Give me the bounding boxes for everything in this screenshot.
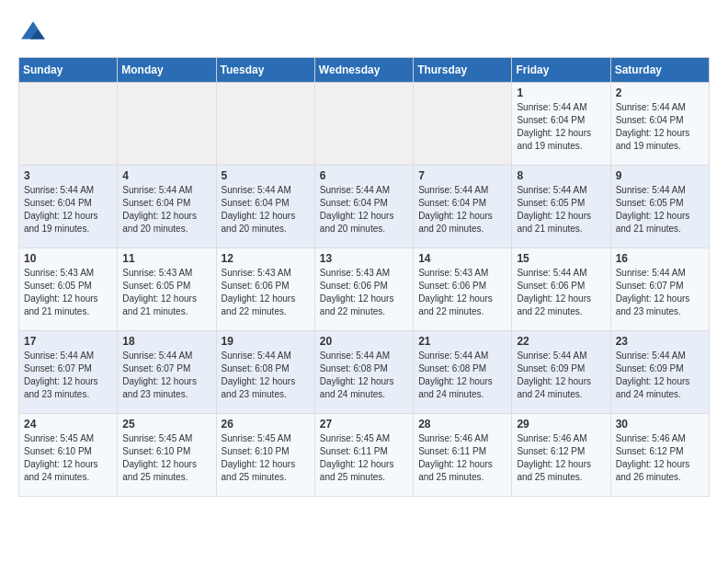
day-number: 13 [320,252,408,265]
day-detail: Sunrise: 5:44 AMSunset: 6:05 PMDaylight:… [616,185,690,234]
day-detail: Sunrise: 5:44 AMSunset: 6:04 PMDaylight:… [418,185,493,234]
calendar-cell [19,83,118,166]
day-number: 18 [122,335,210,348]
day-number: 15 [517,252,605,265]
day-number: 7 [418,169,506,182]
column-header-tuesday: Tuesday [216,58,314,83]
column-header-friday: Friday [512,58,610,83]
day-number: 23 [616,335,704,348]
day-detail: Sunrise: 5:46 AMSunset: 6:12 PMDaylight:… [517,433,591,482]
day-detail: Sunrise: 5:46 AMSunset: 6:11 PMDaylight:… [418,433,493,482]
column-header-monday: Monday [118,58,216,83]
calendar-cell: 9 Sunrise: 5:44 AMSunset: 6:05 PMDayligh… [610,166,709,248]
calendar-cell: 5 Sunrise: 5:44 AMSunset: 6:04 PMDayligh… [216,166,314,248]
day-number: 9 [616,169,704,182]
day-number: 11 [122,252,210,265]
day-number: 4 [122,169,210,182]
calendar-cell: 28 Sunrise: 5:46 AMSunset: 6:11 PMDaylig… [414,414,512,497]
day-detail: Sunrise: 5:44 AMSunset: 6:08 PMDaylight:… [418,350,493,399]
column-header-sunday: Sunday [19,58,118,83]
calendar-cell: 23 Sunrise: 5:44 AMSunset: 6:09 PMDaylig… [610,331,709,414]
calendar-cell: 3 Sunrise: 5:44 AMSunset: 6:04 PMDayligh… [19,166,118,248]
column-header-saturday: Saturday [610,58,709,83]
day-number: 2 [616,86,704,99]
calendar-cell: 4 Sunrise: 5:44 AMSunset: 6:04 PMDayligh… [118,166,216,248]
calendar-cell: 2 Sunrise: 5:44 AMSunset: 6:04 PMDayligh… [610,83,709,166]
day-number: 16 [616,252,704,265]
day-detail: Sunrise: 5:44 AMSunset: 6:04 PMDaylight:… [320,185,394,234]
calendar-cell: 18 Sunrise: 5:44 AMSunset: 6:07 PMDaylig… [118,331,216,414]
calendar-cell: 1 Sunrise: 5:44 AMSunset: 6:04 PMDayligh… [512,83,610,166]
logo [18,18,51,48]
day-detail: Sunrise: 5:43 AMSunset: 6:06 PMDaylight:… [320,268,394,316]
day-detail: Sunrise: 5:44 AMSunset: 6:04 PMDaylight:… [222,185,296,234]
calendar-cell: 24 Sunrise: 5:45 AMSunset: 6:10 PMDaylig… [19,414,118,497]
calendar-cell: 25 Sunrise: 5:45 AMSunset: 6:10 PMDaylig… [118,414,216,497]
calendar-cell [118,83,216,166]
calendar-cell: 22 Sunrise: 5:44 AMSunset: 6:09 PMDaylig… [512,331,610,414]
calendar-week-2: 3 Sunrise: 5:44 AMSunset: 6:04 PMDayligh… [19,166,710,248]
day-detail: Sunrise: 5:43 AMSunset: 6:05 PMDaylight:… [122,268,197,316]
calendar-cell: 11 Sunrise: 5:43 AMSunset: 6:05 PMDaylig… [118,248,216,331]
day-number: 14 [418,252,506,265]
calendar-cell: 14 Sunrise: 5:43 AMSunset: 6:06 PMDaylig… [414,248,512,331]
day-detail: Sunrise: 5:44 AMSunset: 6:04 PMDaylight:… [517,102,591,151]
day-number: 28 [418,418,506,431]
column-header-thursday: Thursday [414,58,512,83]
calendar-cell [216,83,314,166]
calendar-cell: 27 Sunrise: 5:45 AMSunset: 6:11 PMDaylig… [314,414,413,497]
day-detail: Sunrise: 5:43 AMSunset: 6:06 PMDaylight:… [418,268,493,316]
day-detail: Sunrise: 5:43 AMSunset: 6:06 PMDaylight:… [222,268,296,316]
calendar-week-3: 10 Sunrise: 5:43 AMSunset: 6:05 PMDaylig… [19,248,710,331]
day-number: 5 [222,169,310,182]
day-number: 8 [517,169,605,182]
calendar-week-1: 1 Sunrise: 5:44 AMSunset: 6:04 PMDayligh… [19,83,710,166]
day-number: 19 [222,335,310,348]
calendar-cell: 12 Sunrise: 5:43 AMSunset: 6:06 PMDaylig… [216,248,314,331]
logo-icon [18,18,48,48]
calendar-cell: 10 Sunrise: 5:43 AMSunset: 6:05 PMDaylig… [19,248,118,331]
calendar-cell: 30 Sunrise: 5:46 AMSunset: 6:12 PMDaylig… [610,414,709,497]
day-detail: Sunrise: 5:45 AMSunset: 6:10 PMDaylight:… [222,433,296,482]
day-number: 10 [24,252,112,265]
day-number: 29 [517,418,605,431]
day-detail: Sunrise: 5:44 AMSunset: 6:08 PMDaylight:… [320,350,394,399]
calendar-header-row: SundayMondayTuesdayWednesdayThursdayFrid… [19,58,710,83]
calendar-cell: 29 Sunrise: 5:46 AMSunset: 6:12 PMDaylig… [512,414,610,497]
day-number: 1 [517,86,605,99]
calendar-cell: 15 Sunrise: 5:44 AMSunset: 6:06 PMDaylig… [512,248,610,331]
calendar-cell: 26 Sunrise: 5:45 AMSunset: 6:10 PMDaylig… [216,414,314,497]
day-detail: Sunrise: 5:44 AMSunset: 6:07 PMDaylight:… [24,350,98,399]
column-header-wednesday: Wednesday [314,58,413,83]
day-detail: Sunrise: 5:44 AMSunset: 6:05 PMDaylight:… [517,185,591,234]
calendar-cell: 7 Sunrise: 5:44 AMSunset: 6:04 PMDayligh… [414,166,512,248]
day-detail: Sunrise: 5:44 AMSunset: 6:09 PMDaylight:… [616,350,690,399]
day-detail: Sunrise: 5:44 AMSunset: 6:04 PMDaylight:… [122,185,197,234]
day-detail: Sunrise: 5:44 AMSunset: 6:09 PMDaylight:… [517,350,591,399]
calendar-week-4: 17 Sunrise: 5:44 AMSunset: 6:07 PMDaylig… [19,331,710,414]
calendar-cell: 17 Sunrise: 5:44 AMSunset: 6:07 PMDaylig… [19,331,118,414]
day-detail: Sunrise: 5:44 AMSunset: 6:07 PMDaylight:… [122,350,197,399]
day-number: 20 [320,335,408,348]
calendar-week-5: 24 Sunrise: 5:45 AMSunset: 6:10 PMDaylig… [19,414,710,497]
day-number: 25 [122,418,210,431]
day-number: 12 [222,252,310,265]
day-number: 30 [616,418,704,431]
calendar-cell: 8 Sunrise: 5:44 AMSunset: 6:05 PMDayligh… [512,166,610,248]
day-detail: Sunrise: 5:44 AMSunset: 6:04 PMDaylight:… [24,185,98,234]
day-detail: Sunrise: 5:44 AMSunset: 6:06 PMDaylight:… [517,268,591,316]
calendar-cell: 16 Sunrise: 5:44 AMSunset: 6:07 PMDaylig… [610,248,709,331]
day-number: 6 [320,169,408,182]
day-detail: Sunrise: 5:45 AMSunset: 6:10 PMDaylight:… [24,433,98,482]
day-number: 22 [517,335,605,348]
calendar-cell: 19 Sunrise: 5:44 AMSunset: 6:08 PMDaylig… [216,331,314,414]
day-number: 24 [24,418,112,431]
day-number: 26 [222,418,310,431]
calendar-cell [314,83,413,166]
day-number: 21 [418,335,506,348]
day-number: 27 [320,418,408,431]
day-detail: Sunrise: 5:44 AMSunset: 6:07 PMDaylight:… [616,268,690,316]
day-number: 3 [24,169,112,182]
header [18,18,710,48]
day-detail: Sunrise: 5:45 AMSunset: 6:10 PMDaylight:… [122,433,197,482]
